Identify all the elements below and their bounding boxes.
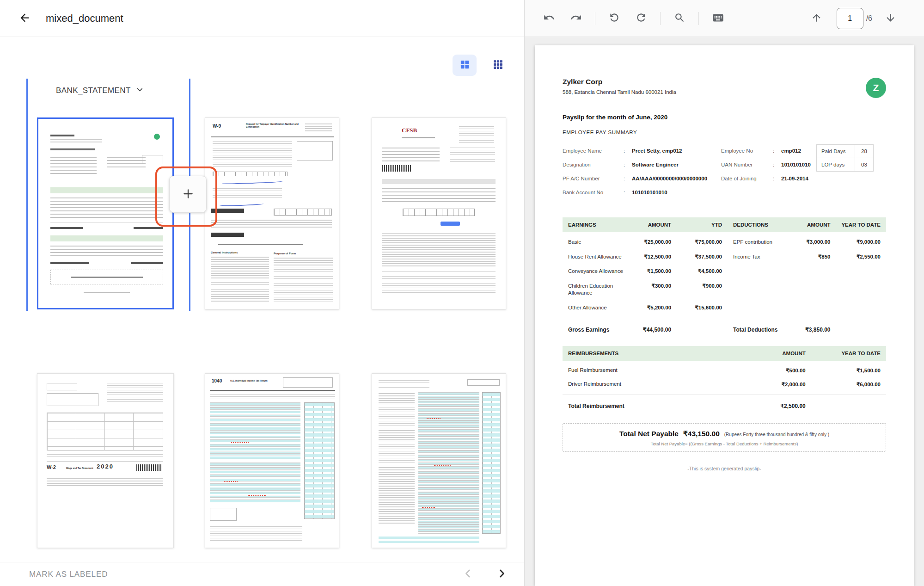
decor bbox=[71, 277, 143, 278]
decor bbox=[422, 507, 435, 508]
table-row: Basic₹25,000.00₹75,000.00 bbox=[563, 235, 728, 250]
rotate-right-button[interactable] bbox=[630, 8, 652, 29]
w2-year: 2020 bbox=[97, 463, 114, 470]
field-label: Employee No bbox=[721, 147, 773, 154]
toolbar-separator bbox=[660, 12, 661, 25]
field-row: Date of Joining:21-09-2014 bbox=[721, 175, 811, 182]
keyboard-shortcuts-button[interactable] bbox=[707, 8, 728, 29]
decor bbox=[210, 463, 300, 502]
decor bbox=[50, 139, 102, 144]
cfsb-logo-text: CFSB bbox=[402, 127, 417, 134]
decor bbox=[50, 157, 97, 174]
search-icon bbox=[674, 12, 685, 25]
redo-icon bbox=[570, 12, 582, 25]
net-payable-words: (Rupees Forty three thousand hundred & f… bbox=[724, 432, 829, 437]
gross-earnings: Gross Earnings ₹44,500.00 bbox=[563, 318, 728, 336]
field-value: AA/AAA/0000000/000/0000000 bbox=[632, 175, 707, 182]
left-footer: MARK AS LABELED bbox=[0, 562, 524, 586]
earnings-header: EARNINGS AMOUNT YTD bbox=[563, 217, 728, 232]
decor bbox=[107, 383, 163, 406]
arrow-down-icon bbox=[885, 12, 896, 25]
previous-page-button[interactable] bbox=[461, 567, 474, 581]
grid-2x2-icon bbox=[459, 59, 470, 71]
table-row: EPF contribution₹3,000.00₹9,000.00 bbox=[728, 235, 886, 250]
thumbnail-page-1-payslip[interactable] bbox=[37, 117, 174, 309]
decor bbox=[211, 257, 269, 303]
decor bbox=[50, 262, 89, 264]
redo-button[interactable] bbox=[565, 8, 587, 29]
decor bbox=[231, 442, 249, 443]
w9-form-number: W-9 bbox=[213, 123, 221, 129]
company-name: Zylker Corp bbox=[563, 78, 676, 86]
decor bbox=[382, 148, 440, 161]
decor bbox=[297, 141, 333, 160]
chevron-right-icon bbox=[496, 567, 508, 581]
document-title: mixed_document bbox=[46, 12, 123, 25]
field-value: 101010101010 bbox=[632, 189, 667, 196]
page-total-label: /6 bbox=[866, 14, 872, 23]
decor bbox=[107, 157, 146, 170]
view-toggles bbox=[453, 55, 504, 76]
decor bbox=[379, 380, 429, 389]
next-page-button[interactable] bbox=[496, 567, 508, 581]
decor bbox=[379, 393, 415, 524]
previous-document-page-button[interactable] bbox=[806, 8, 827, 29]
field-row: UAN Number:1010101010 bbox=[721, 161, 811, 168]
plus-icon bbox=[181, 187, 195, 202]
decor bbox=[248, 495, 266, 496]
highlight-decor bbox=[379, 537, 479, 543]
decor bbox=[50, 222, 163, 223]
arrow-up-icon bbox=[811, 12, 822, 25]
thumbnail-page-6-tax-form[interactable] bbox=[372, 373, 506, 548]
fields-right-column: Employee No:emp012 UAN Number:1010101010… bbox=[721, 147, 811, 189]
field-row: Employee No:emp012 bbox=[721, 147, 811, 154]
thumbnail-page-3-cfsb-statement[interactable]: CFSB bbox=[372, 117, 506, 309]
field-value: 1010101010 bbox=[781, 161, 811, 168]
barcode-decor bbox=[382, 165, 411, 172]
rotate-left-button[interactable] bbox=[604, 8, 625, 29]
thumbnail-page-5-1040-form[interactable]: 1040 U.S. Individual Income Tax Return bbox=[205, 373, 339, 548]
decor bbox=[459, 126, 494, 143]
decor bbox=[224, 481, 238, 482]
paid-days-row: Paid Days 28 bbox=[817, 145, 873, 158]
mark-as-labeled-button[interactable]: MARK AS LABELED bbox=[29, 570, 108, 579]
field-value: emp012 bbox=[781, 147, 801, 154]
decor bbox=[403, 209, 475, 216]
app-window: mixed_document BANK_STATEMENT bbox=[0, 0, 924, 586]
decor bbox=[47, 393, 98, 406]
colon: : bbox=[773, 147, 781, 154]
colon: : bbox=[773, 161, 781, 168]
days-value: 03 bbox=[855, 158, 873, 171]
search-button[interactable] bbox=[669, 8, 690, 29]
colon: : bbox=[773, 175, 781, 182]
decor bbox=[50, 197, 163, 219]
undo-icon bbox=[543, 12, 555, 25]
net-payable-amount: ₹43,150.00 bbox=[683, 430, 720, 438]
add-page-to-group-button[interactable] bbox=[169, 176, 207, 213]
undo-button[interactable] bbox=[538, 8, 560, 29]
column-header: YEAR TO DATE bbox=[831, 222, 881, 228]
decor bbox=[142, 155, 163, 164]
decor bbox=[134, 227, 163, 229]
employee-fields: Employee Name:Preet Setty, emp012 Design… bbox=[563, 147, 886, 212]
field-label: PF A/C Number bbox=[563, 175, 624, 182]
table-header-row: EARNINGS AMOUNT YTD DEDUCTIONS AMOUNT YE… bbox=[563, 217, 886, 232]
grid-view-toggle[interactable] bbox=[453, 55, 477, 76]
decor bbox=[213, 141, 292, 168]
next-document-page-button[interactable] bbox=[880, 8, 901, 29]
rotate-ccw-icon bbox=[608, 12, 620, 25]
table-header-row: REIMBURSEMENTS AMOUNT YEAR TO DATE bbox=[563, 346, 886, 361]
group-label-bank-statement[interactable]: BANK_STATEMENT bbox=[56, 85, 144, 96]
decor bbox=[274, 258, 333, 303]
page-number-input[interactable] bbox=[837, 8, 863, 29]
totals-row: Gross Earnings ₹44,500.00 Total Deductio… bbox=[563, 318, 886, 336]
colon: : bbox=[624, 147, 632, 154]
total-deductions: Total Deductions ₹3,850.00 bbox=[728, 318, 886, 336]
decor bbox=[210, 390, 335, 391]
rotate-cw-icon bbox=[635, 12, 647, 25]
back-button[interactable] bbox=[18, 12, 31, 25]
dense-grid-view-toggle[interactable] bbox=[492, 59, 504, 72]
field-label: Date of Joining bbox=[721, 175, 773, 182]
thumbnail-page-4-w2-form[interactable]: W-2 Wage and Tax Statement 2020 bbox=[37, 373, 174, 548]
thumbnail-page-2-w9-form[interactable]: W-9 Request for Taxpayer Identification … bbox=[205, 117, 339, 309]
